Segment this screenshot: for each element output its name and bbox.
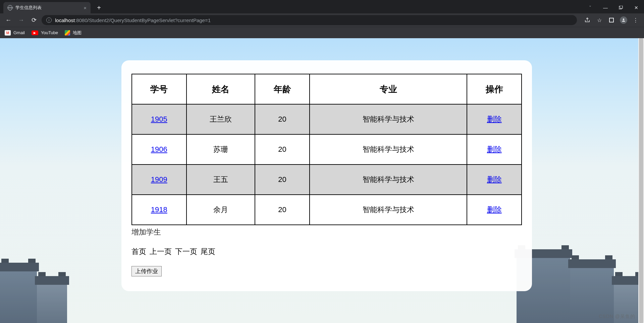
scrollbar[interactable] (638, 38, 644, 323)
globe-icon (7, 5, 13, 10)
maps-icon (65, 30, 70, 36)
student-id-link[interactable]: 1909 (151, 175, 167, 184)
table-header-row: 学号 姓名 年龄 专业 操作 (132, 74, 522, 104)
close-window-button[interactable]: ✕ (629, 2, 644, 13)
student-age: 20 (255, 104, 310, 134)
col-action: 操作 (467, 74, 522, 104)
bookmark-youtube[interactable]: ▶ YouTube (32, 30, 58, 35)
delete-link[interactable]: 删除 (487, 205, 502, 214)
student-name: 王五 (186, 165, 255, 195)
menu-icon[interactable]: ⋮ (631, 15, 641, 25)
bookmarks-bar: M Gmail ▶ YouTube 地图 (0, 27, 644, 38)
window-controls: ˅ — ✕ (582, 2, 644, 13)
minimize-button[interactable]: — (598, 2, 613, 13)
student-name: 苏珊 (186, 134, 255, 165)
tabs-dropdown-icon[interactable]: ˅ (582, 2, 598, 13)
delete-link[interactable]: 删除 (487, 175, 502, 184)
youtube-icon: ▶ (32, 30, 38, 35)
scrollbar-thumb[interactable] (639, 38, 643, 323)
content-card: 学号 姓名 年龄 专业 操作 1905 王兰欣 20 智能科学与技术 删除 19… (121, 60, 532, 291)
pager-last[interactable]: 尾页 (201, 247, 215, 257)
browser-tab[interactable]: 学生信息列表 × (3, 2, 91, 13)
new-tab-button[interactable]: + (94, 3, 104, 13)
table-row: 1906 苏珊 20 智能科学与技术 删除 (132, 134, 522, 165)
student-age: 20 (255, 165, 310, 195)
table-row: 1909 王五 20 智能科学与技术 删除 (132, 165, 522, 195)
pager-next[interactable]: 下一页 (175, 247, 197, 257)
tab-bar: 学生信息列表 × + ˅ — ✕ (0, 0, 644, 13)
bookmark-star-icon[interactable]: ☆ (594, 15, 604, 25)
student-name: 王兰欣 (186, 104, 255, 134)
table-row: 1905 王兰欣 20 智能科学与技术 删除 (132, 104, 522, 134)
nav-bar: ← → ⟳ i localhost:8080/Student2/QueryStu… (0, 13, 644, 27)
toolbar-right: ☆ ⋮ (582, 15, 641, 25)
url-text: localhost:8080/Student2/QueryStudentByPa… (55, 17, 211, 23)
pager: 首页 上一页 下一页 尾页 (131, 247, 532, 257)
url-path: :8080/Student2/QueryStudentByPageServlet… (75, 17, 211, 23)
col-age: 年龄 (255, 74, 310, 104)
tab-title: 学生信息列表 (15, 5, 42, 11)
reload-button[interactable]: ⟳ (29, 15, 39, 25)
page-viewport: 学号 姓名 年龄 专业 操作 1905 王兰欣 20 智能科学与技术 删除 19… (0, 38, 644, 323)
bookmark-gmail[interactable]: M Gmail (5, 30, 25, 36)
student-major: 智能科学与技术 (310, 104, 467, 134)
student-major: 智能科学与技术 (310, 165, 467, 195)
url-host: localhost (55, 17, 75, 23)
pager-prev[interactable]: 上一页 (150, 247, 172, 257)
forward-button[interactable]: → (16, 15, 26, 25)
bookmark-label: YouTube (41, 30, 58, 35)
back-button[interactable]: ← (3, 15, 13, 25)
bookmark-maps[interactable]: 地图 (65, 30, 82, 36)
add-student-link[interactable]: 增加学生 (131, 227, 532, 237)
student-id-link[interactable]: 1906 (151, 145, 167, 153)
delete-link[interactable]: 删除 (487, 145, 502, 153)
student-age: 20 (255, 134, 310, 165)
student-id-link[interactable]: 1905 (151, 115, 167, 123)
upload-button[interactable]: 上传作业 (131, 266, 162, 276)
col-id: 学号 (132, 74, 186, 104)
maximize-button[interactable] (613, 2, 629, 13)
profile-icon[interactable] (619, 15, 629, 25)
student-major: 智能科学与技术 (310, 134, 467, 165)
svg-rect-1 (620, 6, 623, 8)
student-major: 智能科学与技术 (310, 195, 467, 225)
col-name: 姓名 (186, 74, 255, 104)
delete-link[interactable]: 删除 (487, 115, 502, 123)
bookmark-label: Gmail (13, 30, 25, 35)
table-row: 1918 余月 20 智能科学与技术 删除 (132, 195, 522, 225)
svg-point-2 (623, 18, 625, 20)
student-id-link[interactable]: 1918 (151, 205, 167, 214)
watermark: CSDN @呆鱼的 (599, 314, 635, 320)
student-table: 学号 姓名 年龄 专业 操作 1905 王兰欣 20 智能科学与技术 删除 19… (131, 74, 522, 225)
extensions-icon[interactable] (606, 15, 616, 25)
student-age: 20 (255, 195, 310, 225)
share-icon[interactable] (582, 15, 592, 25)
col-major: 专业 (310, 74, 467, 104)
close-tab-icon[interactable]: × (84, 5, 87, 11)
gmail-icon: M (5, 30, 11, 36)
site-info-icon[interactable]: i (46, 17, 52, 23)
bookmark-label: 地图 (73, 30, 82, 36)
address-bar[interactable]: i localhost:8080/Student2/QueryStudentBy… (42, 15, 577, 25)
pager-first[interactable]: 首页 (131, 247, 146, 257)
browser-chrome: 学生信息列表 × + ˅ — ✕ ← → ⟳ i localhost:8080/… (0, 0, 644, 38)
student-name: 余月 (186, 195, 255, 225)
